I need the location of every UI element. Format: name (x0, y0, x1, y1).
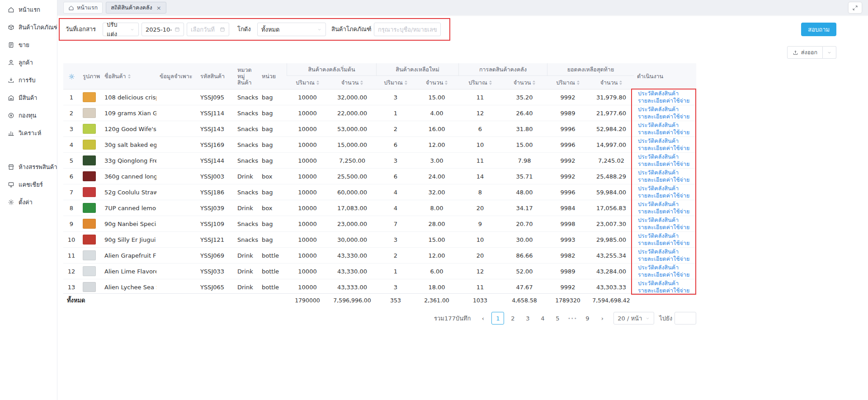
sort-icon[interactable] (405, 80, 407, 85)
export-button[interactable]: ส่งออก (787, 46, 823, 59)
group-final-balance: ยอดคงเหลือสุดท้าย (547, 63, 634, 76)
sidebar-item-label: หน้าแรก (19, 5, 40, 14)
prev-page-button[interactable]: ‹ (476, 312, 489, 325)
column-settings-gear-icon[interactable] (68, 73, 75, 80)
sort-icon[interactable] (360, 80, 363, 85)
initial-qty: 10000 (287, 153, 328, 168)
sort-icon[interactable] (128, 74, 131, 79)
date-from-field[interactable] (146, 26, 172, 33)
sort-icon[interactable] (577, 80, 580, 85)
expense-detail-link[interactable]: รายละเอียดค่าใช้จ่าย (638, 176, 689, 184)
warehouse-history-link[interactable]: ประวัติคลังสินค้า (638, 201, 679, 208)
sidebar-item[interactable]: ขาย (0, 36, 57, 54)
warehouse-history-link[interactable]: ประวัติคลังสินค้า (638, 90, 679, 97)
close-icon[interactable]: × (156, 5, 161, 11)
sidebar-item[interactable]: สินค้าโภคภัณฑ์ (0, 19, 57, 36)
expense-detail-link[interactable]: รายละเอียดค่าใช้จ่าย (638, 192, 689, 199)
product-unit: bag (259, 121, 287, 136)
page-button[interactable]: 2 (506, 312, 519, 325)
date-to-input[interactable] (187, 23, 229, 36)
product-image (83, 282, 96, 292)
expense-detail-link[interactable]: รายละเอียดค่าใช้จ่าย (638, 145, 689, 152)
sidebar-item[interactable]: แคชเชียร์ (0, 176, 57, 193)
tab-inventory-statistics[interactable]: สถิติสินค้าคงคลัง × (106, 2, 166, 14)
warehouse-history-link[interactable]: ประวัติคลังสินค้า (638, 153, 679, 160)
sidebar-item[interactable]: กองทุน (0, 107, 57, 124)
warehouse-history-link[interactable]: ประวัติคลังสินค้า (638, 137, 679, 145)
expense-detail-link[interactable]: รายละเอียดค่าใช้จ่าย (638, 113, 689, 120)
end-amt: 17,056.83 (589, 200, 634, 216)
row-actions: ประวัติคลังสินค้า รายละเอียดค่าใช้จ่าย (634, 216, 696, 231)
sidebar-item-icon (8, 112, 14, 119)
out-qty: 6 (458, 121, 502, 136)
warehouse-history-link[interactable]: ประวัติคลังสินค้า (638, 248, 679, 255)
in-amt: 15.00 (415, 89, 458, 105)
goto-label: ไปยัง (659, 314, 672, 323)
out-qty: 12 (458, 264, 502, 279)
expense-detail-link[interactable]: รายละเอียดค่าใช้จ่าย (638, 160, 689, 168)
subcolumn-qty: ปริมาณ (547, 76, 589, 89)
sidebar-item[interactable]: มีสินค้า (0, 89, 57, 107)
page-button[interactable]: 4 (536, 312, 549, 325)
fullscreen-button[interactable] (849, 2, 862, 13)
sidebar-item[interactable]: ห้างสรรพสินค้า (0, 158, 57, 176)
product-spec (156, 232, 197, 247)
row-actions: ประวัติคลังสินค้า รายละเอียดค่าใช้จ่าย (634, 105, 696, 121)
warehouse-select[interactable]: ทั้งหมด (257, 23, 326, 36)
expense-detail-link[interactable]: รายละเอียดค่าใช้จ่าย (638, 255, 689, 263)
product-search-input[interactable] (374, 23, 441, 36)
warehouse-history-link[interactable]: ประวัติคลังสินค้า (638, 264, 679, 271)
page-button[interactable]: 1 (491, 312, 504, 325)
page-button[interactable]: 5 (551, 312, 564, 325)
product-name: Alien Lychee Sea S... (101, 279, 156, 293)
sidebar-item-label: การรับ (19, 75, 35, 85)
date-from-input[interactable] (142, 23, 184, 36)
warehouse-history-link[interactable]: ประวัติคลังสินค้า (638, 185, 679, 192)
goto-page-input[interactable] (675, 312, 696, 325)
date-to-field[interactable] (191, 26, 217, 33)
export-dropdown-button[interactable] (823, 46, 836, 59)
page-button[interactable]: 3 (521, 312, 534, 325)
page-button[interactable]: 9 (581, 312, 594, 325)
tab-home[interactable]: หน้าแรก (63, 2, 103, 14)
product-category: Snacks (234, 184, 259, 200)
product-image-cell (80, 121, 101, 136)
sidebar-item[interactable]: ลูกค้า (0, 54, 57, 71)
sort-icon[interactable] (489, 80, 492, 85)
warehouse-history-link[interactable]: ประวัติคลังสินค้า (638, 232, 679, 240)
product-spec (156, 121, 197, 136)
warehouse-history-link[interactable]: ประวัติคลังสินค้า (638, 169, 679, 176)
expense-detail-link[interactable]: รายละเอียดค่าใช้จ่าย (638, 287, 689, 293)
date-mode-select[interactable]: ปรับแต่ง (103, 23, 139, 36)
row-actions: ประวัติคลังสินค้า รายละเอียดค่าใช้จ่าย (634, 137, 696, 152)
sort-icon[interactable] (445, 80, 448, 85)
expense-detail-link[interactable]: รายละเอียดค่าใช้จ่าย (638, 97, 689, 104)
page-size-select[interactable]: 20 / หน้า (613, 312, 654, 325)
page-button[interactable]: ••• (566, 312, 579, 325)
next-page-button[interactable]: › (596, 312, 609, 325)
product-search-field[interactable] (378, 26, 437, 33)
records-total: รวม177บันทึก (434, 314, 471, 323)
product-name: 33g Qionglong Fre... (101, 153, 156, 168)
initial-amt: 7,250.00 (328, 153, 376, 168)
expense-detail-link[interactable]: รายละเอียดค่าใช้จ่าย (638, 240, 689, 247)
warehouse-history-link[interactable]: ประวัติคลังสินค้า (638, 106, 679, 113)
warehouse-history-link[interactable]: ประวัติคลังสินค้า (638, 122, 679, 129)
end-amt: 43,255.34 (589, 248, 634, 263)
sidebar-item[interactable]: การรับ (0, 71, 57, 89)
sort-icon[interactable] (533, 80, 535, 85)
expense-detail-link[interactable]: รายละเอียดค่าใช้จ่าย (638, 224, 689, 231)
expense-detail-link[interactable]: รายละเอียดค่าใช้จ่าย (638, 271, 689, 278)
sidebar-item[interactable]: วิเคราะห์ (0, 124, 57, 142)
out-amt: 35.71 (502, 169, 547, 184)
expense-detail-link[interactable]: รายละเอียดค่าใช้จ่าย (638, 129, 689, 136)
warehouse-history-link[interactable]: ประวัติคลังสินค้า (638, 280, 679, 287)
warehouse-history-link[interactable]: ประวัติคลังสินค้า (638, 216, 679, 224)
sidebar-item[interactable]: หน้าแรก (0, 1, 57, 19)
sidebar-item[interactable]: ตั้งค่า (0, 193, 57, 211)
query-button[interactable]: สอบถาม (801, 23, 836, 36)
initial-qty: 10000 (287, 105, 328, 121)
sort-icon[interactable] (316, 80, 319, 85)
sort-icon[interactable] (619, 80, 622, 85)
expense-detail-link[interactable]: รายละเอียดค่าใช้จ่าย (638, 208, 689, 215)
